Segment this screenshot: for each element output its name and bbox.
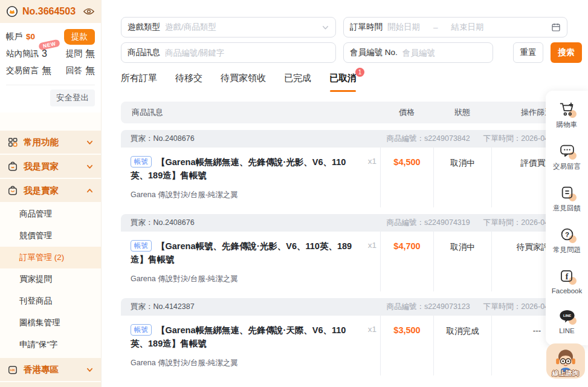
trade-message-panel-item[interactable]: 交易留言 [553,142,581,171]
status-cell: 取消中 [433,232,491,291]
filters-row-1: 遊戲類型 遊戲/商品類型 訂單時間 開始日期 – 結束日期 [121,17,582,37]
product-cell[interactable]: 帳號【Garena帳無綁無連、先鋒傳說·天際、V6、110英、189造】售帳號 … [121,316,380,376]
sidebar-group-hongkong-zone[interactable]: HK 香港專區 [0,358,101,381]
facebook-icon: f [558,267,576,284]
account-type-badge: 帳號 [131,240,152,252]
main-content: 遊戲類型 遊戲/商品類型 訂單時間 開始日期 – 結束日期 商品訊息 [121,0,582,376]
product-info-field[interactable]: 商品訊息 [121,42,336,63]
sku-label: 商品編號： [386,302,424,311]
sidebar-group-label: 香港專區 [24,364,80,376]
tab-cancelled-badge: 1 [355,68,364,77]
account-card: No.3664503 帳戶 $0 提款 站內簡訊 3 NEW [0,0,101,112]
inbox-pair[interactable]: 站內簡訊 3 NEW [6,48,47,59]
question-pair[interactable]: 提問 無 [66,48,95,60]
seller-bag-icon [7,185,18,196]
product-title: 帳號【Garena帳無綁無連、先鋒傳說·光影、V6、110英、189造】售帳號 [131,155,363,183]
buyer-value: No.2408676 [153,134,195,143]
sku-value: s2249074319 [424,218,470,227]
online-support-label: 線上諮詢 [546,369,585,378]
game-name: Garena 傳說對決/台服-純潔之翼 [131,358,376,368]
logout-button[interactable]: 安全登出 [50,89,95,106]
product-cell[interactable]: 帳號【Garena帳無綁無連、先鋒傳說·光影、V6、110英、189造】售帳號 … [121,148,380,207]
sidebar-item-apply-guarantee[interactable]: 申請"保"字 [0,334,101,356]
tab-pending-buyer-receipt[interactable]: 待買家領收 [221,73,266,92]
search-button[interactable]: 搜索 [551,42,582,63]
account-type-badge: 帳號 [131,156,152,167]
cart-icon [558,100,576,117]
game-name: Garena 傳說對決/台服-純潔之翼 [131,190,376,200]
feedback-panel-item[interactable]: 意見回饋 [553,184,581,213]
member-no-input[interactable] [402,48,486,57]
question-value: 無 [85,48,95,60]
order-row-body: 帳號【Garena帳號、先鋒傳說·光影、V6、110英、189造】售帳號 x1 … [121,232,582,291]
chevron-down-icon [86,366,94,374]
app-window: No.3664503 帳戶 $0 提款 站內簡訊 3 NEW [0,0,588,387]
trade-msg-pair[interactable]: 交易留言 無 [6,65,51,77]
account-type-badge: 帳號 [131,324,152,336]
svg-text:HK: HK [10,368,16,372]
sidebar-item-product-management[interactable]: 商品管理 [0,203,101,225]
time-label: 下單時間： [483,218,522,227]
product-cell[interactable]: 帳號【Garena帳號、先鋒傳說·光影、V6、110英、189造】售帳號 x1 … [121,232,380,291]
sidebar-group-account-management[interactable]: $ 帳戶管理 [0,382,101,387]
quantity: x1 [368,157,376,166]
product-info-label: 商品訊息 [128,47,160,58]
tab-cancelled[interactable]: 已取消 1 [329,73,357,92]
game-name: Garena 傳說對決/台服-純潔之翼 [131,274,376,284]
line-label: LINE [559,327,575,334]
sidebar-group-i-am-buyer[interactable]: 我是買家 [0,155,101,178]
orders-table-header: 商品訊息 價格 狀態 操作篩選 [121,102,582,123]
cart-label: 購物車 [557,120,578,129]
grid-icon [7,137,18,148]
trade-message-label: 交易留言 [553,162,581,171]
sidebar-item-order-management[interactable]: 訂單管理 (2) [0,247,101,268]
status-cell: 取消完成 [433,316,491,376]
product-sku: 商品編號：s2249073123 [386,302,470,312]
product-sku: 商品編號：s2249074319 [386,218,470,228]
order-row-body: 帳號【Garena帳無綁無連、先鋒傳說·天際、V6、110英、189造】售帳號 … [121,316,582,376]
reset-button[interactable]: 重置 [513,42,543,63]
no-action-placeholder: --- [533,326,541,335]
sidebar-item-bidding-management[interactable]: 競價管理 [0,225,101,247]
sidebar-group-common-functions[interactable]: 常用功能 [0,131,101,154]
order-meta: 商品編號：s2249073842 下單時間：2026-04-13 20: [386,134,572,144]
game-type-select[interactable]: 遊戲類型 遊戲/商品類型 [121,17,336,37]
tab-completed[interactable]: 已完成 [284,73,311,92]
faq-panel-item[interactable]: ? 常見問題 [553,226,581,255]
price-cell: $3,500 [380,316,433,376]
svg-text:f: f [566,272,569,281]
account-number: No.3664503 [22,6,79,17]
online-support-button[interactable]: 線上諮詢 [546,343,585,379]
member-no-field[interactable]: 會員編號 No. [343,42,493,63]
facebook-panel-item[interactable]: f Facebook [552,267,583,294]
withdraw-button[interactable]: 提款 [64,29,95,45]
cart-panel-item[interactable]: 購物車 [557,100,578,129]
column-product-info: 商品訊息 [121,107,380,118]
buyer-id: 買家：No.2408676 [131,134,195,144]
order-time-range-input[interactable]: 訂單時間 開始日期 – 結束日期 [343,17,567,37]
answer-value: 無 [85,65,95,77]
sidebar-item-buyer-questions[interactable]: 買家提問 [0,268,101,290]
answer-pair[interactable]: 回答 無 [66,65,95,77]
order-row-header: 買家：No.2408676 商品編號：s2249073842 下單時間：2026… [121,130,582,148]
product-info-input[interactable] [165,48,329,57]
sidebar-item-list-product[interactable]: 刊登商品 [0,290,101,312]
account-header: No.3664503 [0,0,101,23]
chevron-down-icon [321,24,329,31]
sidebar-group-label: 我是賣家 [24,185,80,197]
sidebar-item-image-library[interactable]: 圖檔集管理 [0,312,101,334]
trade-answer-row: 交易留言 無 回答 無 [0,62,101,79]
product-title-text: 【Garena帳號、先鋒傳說·光影、V6、110英、189造】售帳號 [131,241,352,264]
sidebar-group-label: 常用功能 [24,137,80,148]
inbox-count[interactable]: 3 [42,48,47,59]
eye-icon[interactable] [83,7,95,16]
tab-pending-transfer[interactable]: 待移交 [175,73,202,92]
date-range-dash: – [433,23,438,32]
tab-all-orders[interactable]: 所有訂單 [121,73,157,92]
quantity: x1 [368,241,376,250]
start-date-placeholder: 開始日期 [387,22,420,33]
sidebar-group-i-am-seller[interactable]: 我是賣家 [0,179,101,202]
inbox-question-row: 站內簡訊 3 NEW 提問 無 [0,45,101,62]
balance-label: 帳戶 [6,31,22,42]
line-panel-item[interactable]: LINE LINE [558,307,576,334]
